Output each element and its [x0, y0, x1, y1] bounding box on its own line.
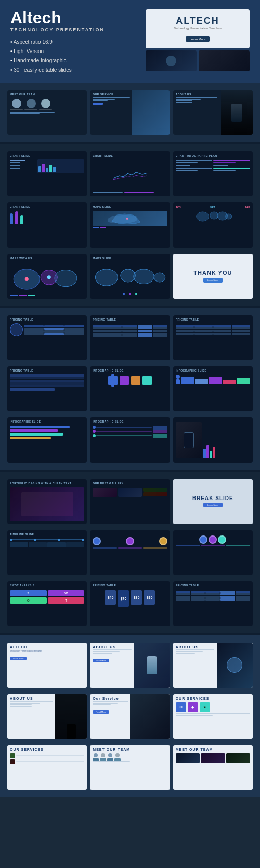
pricing-label-1: PRICING TABLE	[10, 318, 84, 321]
person-4	[114, 753, 121, 760]
service-icon-3: ★	[200, 702, 210, 712]
break-title: BREAK SLIDE	[192, 495, 233, 501]
puzzle-3	[131, 376, 140, 385]
gallery-label: OUR BEST GALLERY	[93, 482, 167, 485]
about-light-btn-1[interactable]: Read More	[93, 659, 109, 662]
pricing-label-3: PRICING TABLE	[176, 318, 250, 321]
swot-grid: S W O T	[10, 590, 84, 604]
chart-mini-1	[38, 162, 83, 172]
slide-our-service: Our Service	[90, 90, 170, 135]
bullet-2: Light Version	[10, 47, 135, 56]
slide-meet-team-light: MEET OUR TEAM	[90, 745, 170, 790]
avatar-2	[27, 99, 36, 108]
bullet-4: 30+ easily editable slides	[10, 66, 135, 75]
preview-card-title: ALTECH	[152, 16, 243, 27]
slide-chart-infographic: Chart Infographic Plan	[173, 151, 253, 196]
chart-grid-3: MAPS WITH US MAPS SLIDE	[4, 251, 256, 302]
svg-point-12	[134, 269, 154, 284]
gallery-4	[143, 492, 167, 496]
slide-gallery: OUR BEST GALLERY	[90, 479, 170, 524]
altech-light-btn[interactable]: Learn More	[10, 657, 27, 660]
slide-about-light-1: ABOUT US Read More	[90, 643, 170, 687]
section-4: PORTFOLIO BEGINS WITH A CLEAN TEXT OUR B…	[0, 472, 260, 634]
portfolio-grid: PORTFOLIO BEGINS WITH A CLEAN TEXT OUR B…	[4, 476, 256, 527]
slide-infographic-full: INFOGRAPHIC SLIDE	[90, 417, 170, 462]
thank-you-btn[interactable]: Learn More	[203, 278, 222, 283]
usa-map	[93, 211, 167, 226]
section-3: PRICING TABLE	[0, 308, 260, 470]
gallery-1	[93, 488, 116, 497]
pct-label-2: 55%	[210, 205, 215, 208]
slide-about-light-2: ABOUT US	[173, 643, 253, 687]
service-icons-row-1: ⚙ ◆ ★	[176, 702, 250, 712]
thank-you-text: THANK YOU	[193, 270, 232, 276]
row1-grid: MEET OUR TEAM	[4, 87, 256, 138]
puzzle-1	[108, 376, 118, 385]
svg-point-10	[96, 269, 118, 286]
gallery-3	[143, 488, 167, 492]
slide-break: BREAK SLIDE Learn More	[173, 479, 253, 524]
svg-point-0	[126, 218, 128, 220]
pricing-label-4: PRICING TABLE	[10, 369, 84, 372]
person-1	[93, 753, 99, 760]
about-line-1	[176, 97, 217, 98]
slide-timeline: Timeline Slide	[7, 530, 87, 575]
map-usa-label: MAPS SLIDE	[93, 205, 167, 208]
about-line-3	[176, 100, 192, 101]
slide-maps-2: MAPS SLIDE	[90, 254, 170, 299]
team-avatars	[10, 99, 84, 110]
pricing-boxes-label: PRICING TABLE	[93, 584, 167, 587]
price-boxes: $45 $70 $85 $95	[93, 590, 167, 607]
swot-s: S	[10, 590, 47, 596]
puzzle-shapes	[93, 376, 167, 385]
svg-point-2	[210, 212, 218, 219]
slide-pricing-1: PRICING TABLE	[7, 315, 87, 360]
timeline-label: Timeline Slide	[10, 533, 84, 536]
infographic-arrows-label: Infographic Slide	[10, 420, 84, 423]
swot-label: SWOT ANALYSIS	[10, 584, 84, 587]
avatar-3	[41, 99, 50, 108]
section-5: ALTECH Technology Presentation Template …	[0, 635, 260, 797]
service-light-btn[interactable]: Read More	[93, 710, 109, 714]
infographic-puzzle-label: Infographic Slide	[93, 369, 167, 372]
puzzle-2	[120, 376, 129, 385]
line-chart-svg	[93, 170, 167, 181]
break-btn[interactable]: Learn More	[203, 503, 222, 507]
slide-thank-you: THANK YOU Learn More	[173, 254, 253, 299]
slide-infographic-puzzle: Infographic Slide	[90, 366, 170, 411]
slide-pricing-3: PRICING TABLE	[173, 315, 253, 360]
swot-t: T	[48, 597, 85, 604]
slide-pricing-boxes: PRICING TABLE $45 $70 $85 $95	[90, 581, 170, 626]
slide-map-usa: MAPS SLIDE	[90, 202, 170, 247]
slide-our-services-2: OUR SERVICES	[7, 745, 87, 790]
section-2: CHART SLIDE	[0, 144, 260, 306]
header-right: ALTECH Technology Presentation Template …	[146, 9, 250, 71]
maps-2-label: MAPS SLIDE	[93, 257, 167, 260]
pricing-label-2: PRICING TABLE	[93, 318, 167, 321]
service-icon-2: ◆	[188, 702, 198, 712]
light-grid-2: ABOUT US Our Service Read Mor	[4, 691, 256, 742]
slide-chart-2: CHART SLIDE	[90, 151, 170, 196]
chart-label-2: CHART SLIDE	[93, 154, 167, 157]
infographic-bar-label: Infographic Slide	[176, 369, 250, 372]
avatar-1	[12, 99, 21, 108]
people-row-light	[93, 753, 167, 760]
brand-subtitle: TECHNOLOGY PRESENTATION	[10, 27, 135, 32]
altech-light-sub: Technology Presentation Template	[10, 649, 84, 652]
feature-bullets: Aspect ratio 16:9 Light Version Handmade…	[10, 37, 135, 75]
service-icon-1: ⚙	[176, 702, 186, 712]
swot-w: W	[48, 590, 85, 596]
price-box-featured: $70	[118, 590, 129, 607]
svg-point-11	[121, 269, 136, 282]
slide-connectors-2	[173, 530, 253, 575]
preview-card-btn[interactable]: Learn More	[186, 36, 210, 42]
light-grid-1: ALTECH Technology Presentation Template …	[4, 640, 256, 691]
price-box-1: $45	[105, 590, 116, 605]
preview-card: ALTECH Technology Presentation Template …	[146, 9, 250, 48]
slide-altech-light: ALTECH Technology Presentation Template …	[7, 643, 87, 687]
infographic-grid: Infographic Slide INFOGRAPHIC SLIDE	[4, 414, 256, 465]
slide-world-map-pct: 81% 55% 81%	[173, 202, 253, 247]
slide-our-services-icons: OUR SERVICES ⚙ ◆ ★	[173, 694, 253, 739]
chart-grid-2: CHART SLIDE MAPS SLIDE	[4, 199, 256, 250]
timeline-grid: Timeline Slide	[4, 527, 256, 578]
